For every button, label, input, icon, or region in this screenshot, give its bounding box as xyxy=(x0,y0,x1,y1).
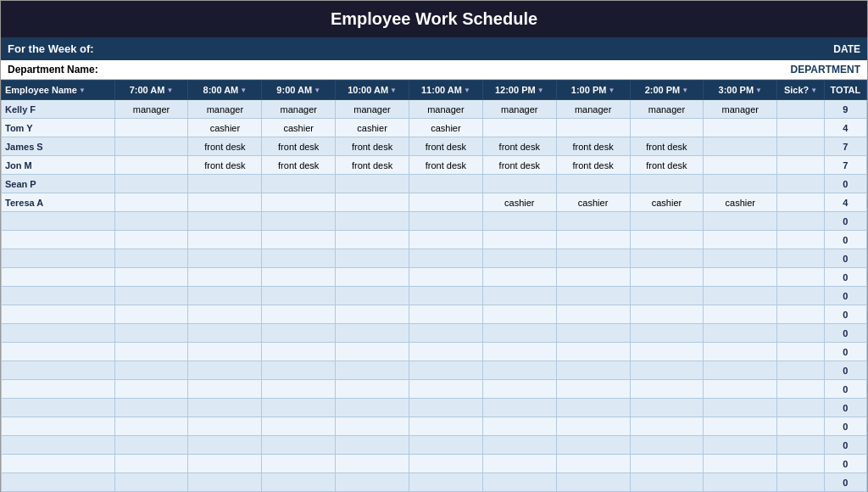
time-slot-cell[interactable] xyxy=(262,473,336,492)
sick-cell[interactable] xyxy=(777,119,825,137)
sick-cell[interactable] xyxy=(777,212,825,231)
time-slot-cell[interactable] xyxy=(114,193,188,212)
time-slot-cell[interactable] xyxy=(482,175,556,193)
employee-name-cell[interactable] xyxy=(2,324,115,343)
employee-name-cell[interactable] xyxy=(2,455,115,473)
time-slot-cell[interactable] xyxy=(114,455,188,473)
time-slot-cell[interactable] xyxy=(188,324,262,343)
time-slot-cell[interactable] xyxy=(556,324,630,343)
time-slot-cell[interactable] xyxy=(336,324,409,343)
time-slot-cell[interactable] xyxy=(409,268,482,287)
time-slot-cell[interactable] xyxy=(630,268,704,287)
employee-name-cell[interactable]: Tom Y xyxy=(2,119,115,137)
time-slot-cell[interactable] xyxy=(630,249,704,268)
sick-cell[interactable] xyxy=(777,436,825,455)
sick-cell[interactable] xyxy=(777,268,825,287)
time-slot-cell[interactable] xyxy=(336,305,409,324)
time-slot-cell[interactable] xyxy=(556,287,630,305)
time-slot-cell[interactable] xyxy=(262,193,336,212)
time-slot-cell[interactable] xyxy=(188,455,262,473)
time-slot-cell[interactable] xyxy=(630,436,704,455)
time-slot-cell[interactable] xyxy=(556,399,630,417)
time-slot-cell[interactable] xyxy=(336,212,409,231)
time-slot-cell[interactable] xyxy=(409,455,482,473)
time-slot-cell[interactable] xyxy=(704,305,777,324)
time-slot-cell[interactable] xyxy=(704,455,777,473)
time-slot-cell[interactable]: cashier xyxy=(482,193,556,212)
time-slot-cell[interactable] xyxy=(188,473,262,492)
time-slot-cell[interactable] xyxy=(409,212,482,231)
time-slot-cell[interactable] xyxy=(556,343,630,361)
9am-dropdown-icon[interactable]: ▼ xyxy=(314,87,320,94)
employee-name-cell[interactable] xyxy=(2,305,115,324)
time-slot-cell[interactable] xyxy=(262,361,336,380)
time-slot-cell[interactable] xyxy=(482,343,556,361)
time-slot-cell[interactable]: cashier xyxy=(409,119,482,137)
sick-cell[interactable] xyxy=(777,324,825,343)
time-slot-cell[interactable] xyxy=(188,417,262,436)
time-slot-cell[interactable] xyxy=(409,436,482,455)
time-slot-cell[interactable] xyxy=(336,231,409,249)
sick-cell[interactable] xyxy=(777,287,825,305)
time-slot-cell[interactable] xyxy=(482,324,556,343)
time-slot-cell[interactable] xyxy=(262,287,336,305)
col-9am[interactable]: 9:00 AM ▼ xyxy=(262,81,336,100)
sick-cell[interactable] xyxy=(777,380,825,399)
time-slot-cell[interactable] xyxy=(114,305,188,324)
time-slot-cell[interactable]: cashier xyxy=(262,119,336,137)
time-slot-cell[interactable] xyxy=(409,473,482,492)
time-slot-cell[interactable] xyxy=(409,380,482,399)
time-slot-cell[interactable] xyxy=(630,380,704,399)
time-slot-cell[interactable] xyxy=(704,417,777,436)
time-slot-cell[interactable] xyxy=(188,249,262,268)
col-3pm[interactable]: 3:00 PM ▼ xyxy=(704,81,777,100)
col-10am[interactable]: 10:00 AM ▼ xyxy=(336,81,409,100)
time-slot-cell[interactable] xyxy=(482,287,556,305)
time-slot-cell[interactable] xyxy=(262,231,336,249)
employee-name-cell[interactable] xyxy=(2,343,115,361)
employee-name-cell[interactable] xyxy=(2,380,115,399)
time-slot-cell[interactable] xyxy=(336,399,409,417)
time-slot-cell[interactable] xyxy=(556,361,630,380)
employee-name-cell[interactable] xyxy=(2,417,115,436)
employee-name-dropdown-icon[interactable]: ▼ xyxy=(79,87,86,94)
time-slot-cell[interactable] xyxy=(336,473,409,492)
sick-cell[interactable] xyxy=(777,455,825,473)
time-slot-cell[interactable] xyxy=(482,436,556,455)
time-slot-cell[interactable] xyxy=(114,137,188,156)
time-slot-cell[interactable] xyxy=(630,175,704,193)
col-employee-name[interactable]: Employee Name ▼ xyxy=(2,81,115,100)
time-slot-cell[interactable] xyxy=(262,343,336,361)
time-slot-cell[interactable] xyxy=(114,473,188,492)
time-slot-cell[interactable] xyxy=(114,231,188,249)
sick-cell[interactable] xyxy=(777,343,825,361)
time-slot-cell[interactable] xyxy=(704,231,777,249)
time-slot-cell[interactable] xyxy=(556,417,630,436)
time-slot-cell[interactable]: manager xyxy=(409,100,482,119)
time-slot-cell[interactable] xyxy=(556,231,630,249)
time-slot-cell[interactable] xyxy=(482,361,556,380)
time-slot-cell[interactable] xyxy=(630,343,704,361)
time-slot-cell[interactable] xyxy=(336,417,409,436)
time-slot-cell[interactable] xyxy=(704,399,777,417)
time-slot-cell[interactable]: manager xyxy=(114,100,188,119)
time-slot-cell[interactable]: cashier xyxy=(336,119,409,137)
time-slot-cell[interactable] xyxy=(409,175,482,193)
employee-name-cell[interactable] xyxy=(2,231,115,249)
sick-cell[interactable] xyxy=(777,249,825,268)
sick-dropdown-icon[interactable]: ▼ xyxy=(810,87,817,94)
time-slot-cell[interactable] xyxy=(336,268,409,287)
time-slot-cell[interactable] xyxy=(630,361,704,380)
time-slot-cell[interactable] xyxy=(630,399,704,417)
time-slot-cell[interactable]: front desk xyxy=(262,156,336,175)
col-12pm[interactable]: 12:00 PM ▼ xyxy=(482,81,556,100)
time-slot-cell[interactable] xyxy=(262,417,336,436)
sick-cell[interactable] xyxy=(777,399,825,417)
7am-dropdown-icon[interactable]: ▼ xyxy=(166,87,173,94)
time-slot-cell[interactable]: manager xyxy=(188,100,262,119)
time-slot-cell[interactable]: manager xyxy=(262,100,336,119)
col-1pm[interactable]: 1:00 PM ▼ xyxy=(556,81,630,100)
time-slot-cell[interactable] xyxy=(409,231,482,249)
time-slot-cell[interactable] xyxy=(704,137,777,156)
time-slot-cell[interactable] xyxy=(188,361,262,380)
